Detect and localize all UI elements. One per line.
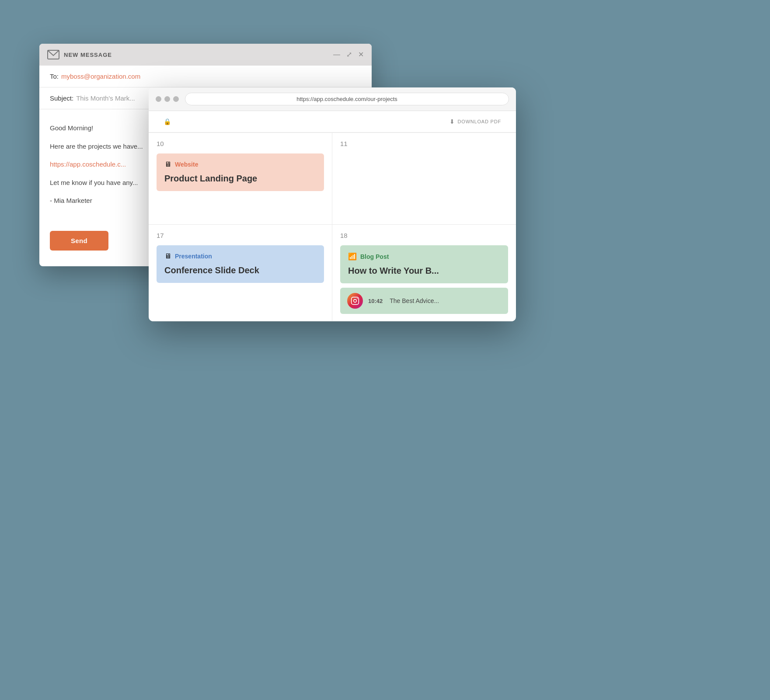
send-button[interactable]: Send	[50, 231, 108, 251]
presentation-card-title: Conference Slide Deck	[164, 265, 316, 276]
instagram-time: 10:42	[368, 298, 383, 304]
browser-window: https://app.coschedule.com/our-projects …	[149, 87, 516, 321]
calendar-cell-17: 17 🖥 Presentation Conference Slide Deck	[149, 225, 332, 321]
download-label: DOWNLOAD PDF	[458, 119, 501, 124]
card-type-row-website: 🖥 Website	[164, 160, 316, 168]
close-button[interactable]: ✕	[358, 51, 364, 58]
browser-toolbar: https://app.coschedule.com/our-projects	[149, 87, 516, 111]
subject-value: This Month's Mark...	[76, 94, 135, 102]
website-type-label: Website	[175, 161, 198, 168]
download-icon: ⬇	[449, 118, 455, 125]
day-number-18: 18	[340, 232, 508, 239]
card-type-row-presentation: 🖥 Presentation	[164, 252, 316, 260]
svg-rect-1	[352, 297, 359, 305]
day-number-10: 10	[157, 140, 324, 147]
instagram-text: The Best Advice...	[390, 297, 439, 304]
url-bar[interactable]: https://app.coschedule.com/our-projects	[185, 93, 509, 105]
project-card-website[interactable]: 🖥 Website Product Landing Page	[157, 153, 324, 191]
instagram-icon	[347, 293, 363, 309]
lock-icon: 🔒	[157, 115, 178, 129]
to-value: myboss@organization.com	[61, 73, 140, 80]
calendar-cell-10: 10 🖥 Website Product Landing Page	[149, 133, 332, 225]
to-label: To:	[50, 73, 59, 80]
expand-button[interactable]: ⤢	[346, 51, 352, 58]
blog-type-icon: 📶	[348, 252, 357, 261]
email-body-link[interactable]: https://app.coschedule.c...	[50, 160, 126, 168]
dot-2	[164, 96, 170, 102]
svg-point-2	[354, 300, 357, 303]
svg-point-3	[357, 298, 358, 299]
presentation-type-label: Presentation	[175, 253, 212, 260]
day-number-11: 11	[340, 140, 508, 147]
email-titlebar-actions: — ⤢ ✕	[333, 51, 364, 58]
calendar-grid: 10 🖥 Website Product Landing Page 11 17 …	[149, 132, 516, 321]
minimize-button[interactable]: —	[333, 51, 340, 58]
card-type-row-blog: 📶 Blog Post	[348, 252, 500, 261]
website-card-title: Product Landing Page	[164, 173, 316, 184]
instagram-item[interactable]: 10:42 The Best Advice...	[340, 288, 508, 314]
project-card-presentation[interactable]: 🖥 Presentation Conference Slide Deck	[157, 245, 324, 283]
project-card-blog[interactable]: 📶 Blog Post How to Write Your B...	[340, 245, 508, 283]
subject-label: Subject:	[50, 94, 73, 102]
email-window-title: NEW MESSAGE	[64, 52, 112, 58]
browser-sub-toolbar: 🔒 ⬇ DOWNLOAD PDF	[149, 111, 516, 132]
browser-traffic-lights	[156, 96, 179, 102]
blog-type-label: Blog Post	[360, 253, 389, 260]
presentation-type-icon: 🖥	[164, 252, 171, 260]
email-titlebar: NEW MESSAGE — ⤢ ✕	[39, 44, 372, 66]
download-pdf-button[interactable]: ⬇ DOWNLOAD PDF	[442, 115, 508, 129]
dot-3	[173, 96, 179, 102]
website-type-icon: 🖥	[164, 160, 171, 168]
email-titlebar-left: NEW MESSAGE	[47, 50, 112, 59]
email-icon	[47, 50, 59, 59]
dot-1	[156, 96, 161, 102]
day-number-17: 17	[157, 232, 324, 239]
calendar-cell-11: 11	[332, 133, 516, 225]
calendar-cell-18: 18 📶 Blog Post How to Write Your B... 10…	[332, 225, 516, 321]
email-to-field[interactable]: To: myboss@organization.com	[39, 66, 372, 87]
blog-card-title: How to Write Your B...	[348, 265, 500, 276]
